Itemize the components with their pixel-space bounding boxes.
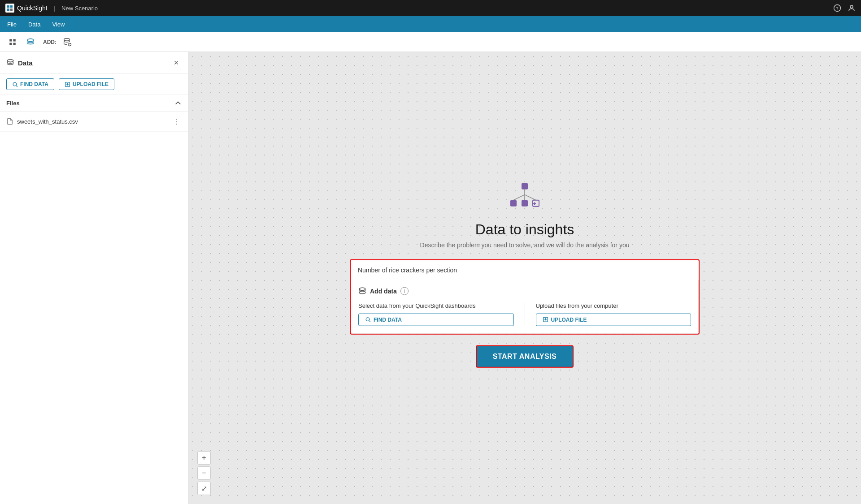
files-label: Files: [6, 100, 20, 107]
files-section: Files sweets_with_status.csv ⋮: [0, 95, 188, 132]
logo-icon: [5, 4, 14, 13]
menu-view[interactable]: View: [51, 19, 65, 30]
sidebar: Data × FIND DATA UPLOAD FILE: [0, 52, 188, 504]
canvas-area: Data to insights Describe the problem yo…: [188, 52, 861, 504]
query-input[interactable]: [351, 260, 699, 280]
app-name: QuickSight: [17, 4, 48, 12]
sidebar-title: Data: [6, 59, 33, 67]
data-icon: [6, 59, 14, 67]
menu-file[interactable]: File: [6, 19, 17, 30]
upload-file-button[interactable]: UPLOAD FILE: [536, 313, 691, 326]
sidebar-find-data-button[interactable]: FIND DATA: [6, 78, 54, 90]
title-divider: |: [54, 5, 55, 12]
toolbar-data-btn[interactable]: [23, 35, 38, 49]
toolbar: ADD:: [0, 32, 861, 52]
find-data-button[interactable]: FIND DATA: [358, 313, 514, 326]
user-icon[interactable]: [848, 4, 856, 12]
file-more-button[interactable]: ⋮: [171, 116, 182, 127]
query-box: Add data i Select data from your QuickSi…: [350, 259, 700, 334]
add-data-panel: Add data i Select data from your QuickSi…: [351, 280, 699, 333]
add-data-options: Select data from your QuickSight dashboa…: [358, 302, 691, 326]
sidebar-upload-file-button[interactable]: UPLOAD FILE: [59, 78, 114, 90]
zoom-in-button[interactable]: +: [197, 451, 211, 465]
file-item-content: sweets_with_status.csv: [6, 118, 78, 125]
sidebar-header: Data ×: [0, 52, 188, 74]
start-analysis-wrapper: START ANALYSIS: [350, 345, 700, 367]
sidebar-close-button[interactable]: ×: [171, 57, 182, 68]
add-data-header: Add data i: [358, 287, 691, 295]
add-data-label: Add data: [370, 287, 397, 294]
zoom-out-button[interactable]: −: [197, 466, 211, 480]
upload-description: Upload files from your computer: [536, 302, 691, 309]
options-divider: [525, 302, 525, 326]
add-data-icon: [358, 287, 366, 295]
svg-rect-3: [10, 9, 13, 11]
svg-rect-7: [9, 39, 12, 41]
svg-rect-21: [522, 183, 528, 189]
svg-rect-9: [9, 43, 12, 45]
files-header[interactable]: Files: [0, 95, 188, 112]
insights-icon: [507, 181, 543, 214]
svg-rect-1: [10, 5, 13, 8]
svg-rect-0: [7, 5, 9, 8]
sidebar-actions: FIND DATA UPLOAD FILE: [0, 74, 188, 95]
toolbar-add-data-btn[interactable]: [60, 35, 74, 49]
svg-point-6: [850, 5, 853, 8]
svg-line-28: [513, 194, 525, 200]
main-layout: Data × FIND DATA UPLOAD FILE: [0, 52, 861, 504]
svg-line-30: [525, 194, 536, 200]
find-data-description: Select data from your QuickSight dashboa…: [358, 302, 514, 309]
help-icon[interactable]: ?: [833, 4, 841, 12]
file-icon: [6, 118, 13, 125]
center-content: Data to insights Describe the problem yo…: [350, 181, 700, 367]
svg-point-17: [13, 82, 17, 86]
search-icon: [12, 82, 18, 87]
top-bar: QuickSight | New Scenario ?: [0, 0, 861, 16]
file-name: sweets_with_status.csv: [17, 118, 78, 125]
svg-rect-8: [13, 39, 16, 41]
start-analysis-button[interactable]: START ANALYSIS: [476, 345, 574, 367]
menu-bar: File Data View: [0, 16, 861, 32]
svg-rect-23: [522, 200, 528, 206]
menu-data[interactable]: Data: [27, 19, 41, 30]
svg-rect-10: [13, 43, 16, 45]
page-title: Data to insights: [475, 221, 574, 237]
svg-text:?: ?: [836, 6, 839, 11]
file-item: sweets_with_status.csv ⋮: [0, 112, 188, 132]
scenario-title: New Scenario: [61, 5, 98, 12]
upload-icon: [65, 82, 70, 87]
find-data-option: Select data from your QuickSight dashboa…: [358, 302, 514, 326]
top-bar-actions: ?: [833, 4, 856, 12]
toolbar-grid-btn[interactable]: [5, 35, 20, 49]
svg-rect-22: [510, 200, 517, 206]
sidebar-data-label: Data: [18, 59, 33, 67]
canvas-zoom-toolbar: + − ⤢: [197, 451, 211, 495]
svg-line-33: [369, 321, 370, 322]
app-logo: QuickSight: [5, 4, 48, 13]
add-label: ADD:: [43, 39, 57, 45]
search-icon-small: [365, 317, 371, 323]
svg-point-32: [366, 318, 370, 321]
svg-line-18: [16, 85, 17, 86]
upload-option: Upload files from your computer UPLOAD F…: [536, 302, 691, 326]
page-subtitle: Describe the problem you need to solve, …: [420, 241, 630, 248]
info-icon[interactable]: i: [400, 287, 409, 295]
zoom-fit-button[interactable]: ⤢: [197, 482, 211, 495]
chevron-up-icon: [174, 99, 182, 107]
svg-rect-2: [7, 9, 9, 11]
upload-icon-small: [543, 317, 548, 323]
